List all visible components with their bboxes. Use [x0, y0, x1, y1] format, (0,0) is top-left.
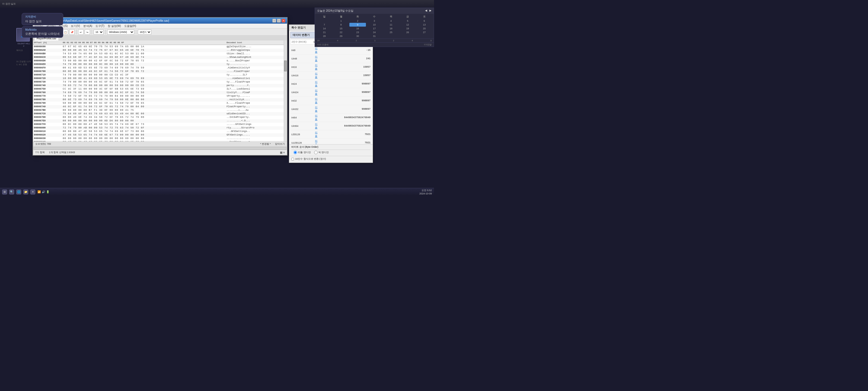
byte-order-big[interactable]: 빅 엔디언: [314, 151, 329, 154]
cal-d31[interactable]: 31: [366, 34, 382, 38]
cal-d2[interactable]: 2: [349, 19, 366, 23]
cal-d24[interactable]: 24: [366, 30, 382, 34]
toolbar-paste[interactable]: 📌: [69, 29, 74, 35]
hex-maximize-btn[interactable]: □: [277, 19, 281, 23]
list-item[interactable]: Int32 이용 998897: [290, 97, 372, 105]
dt-use-link[interactable]: 이용: [314, 122, 321, 130]
top-task-item[interactable]: 아 잠깐 실프: [2, 2, 16, 6]
table-row[interactable]: 00006710 74 79 00 00 00 00 00 00 00 CD C…: [33, 73, 284, 77]
list-item[interactable]: Uint64 이용 844903437592476049: [290, 122, 372, 130]
cal-d8[interactable]: 8: [333, 23, 349, 27]
byte-order-radio-group[interactable]: 리틀 엔디언 빅 엔디언: [291, 149, 371, 155]
menu-help[interactable]: 도움말(H): [124, 24, 136, 28]
cal-d19[interactable]: 19: [399, 27, 416, 30]
cal-nav-next[interactable]: ▶: [429, 9, 432, 13]
start-button[interactable]: ⊞: [2, 190, 7, 194]
toolbar-zoom-select[interactable]: 16 8 32: [94, 30, 104, 34]
table-row[interactable]: 00006750 CC 4C 3F 11 00 00 00 4C 6F 6F 6…: [33, 87, 284, 91]
hex-vertical-scrollbar[interactable]: [284, 40, 287, 141]
table-row[interactable]: 00006690 67 67 6C 65 49 6E 70 75 74 53 6…: [33, 45, 284, 49]
cal-d25[interactable]: 25: [383, 30, 399, 34]
list-item[interactable]: Int64 이용 844903437592476049: [290, 113, 372, 122]
table-row[interactable]: 000067E0 08 00 00 00 00 00 00 00 0D D6 8…: [33, 119, 284, 123]
cal-nav-prev[interactable]: ◀: [425, 9, 427, 13]
cal-d15[interactable]: 15: [333, 27, 349, 30]
search-button[interactable]: 🔍: [9, 190, 14, 194]
table-row[interactable]: 00006820 47 46 58 53 65 74 74 69 6E 67 7…: [33, 133, 284, 137]
cal-d23[interactable]: 23: [349, 30, 366, 34]
toolbar-base-select[interactable]: 16진수 10진수: [138, 30, 151, 34]
dt-use-link[interactable]: 이용: [314, 139, 321, 144]
table-row[interactable]: 000066D0 73 00 0D 00 00 00 42 6F 6F 6C 5…: [33, 59, 284, 63]
table-row[interactable]: 00006790 58 00 0E 00 00 00 46 6C 6F 61 7…: [33, 102, 284, 105]
dt-use-link[interactable]: 이용: [314, 88, 321, 97]
list-item[interactable]: Int24 이용 998897: [290, 80, 372, 88]
table-row[interactable]: 000066B0 74 53 69 7A 65 00 3A 53 6D 61 6…: [33, 52, 284, 56]
dt-use-link[interactable]: 이용: [314, 113, 321, 122]
cal-d30[interactable]: 30: [349, 34, 366, 38]
table-row[interactable]: 00006730 74 79 00 00 00 00 46 6C 6F 61 7…: [33, 80, 284, 84]
cal-d22[interactable]: 22: [333, 30, 349, 34]
cal-d28[interactable]: 28: [316, 34, 333, 38]
radio-big-endian[interactable]: [314, 151, 318, 154]
toolbar-encoding-select[interactable]: Windows (ANSI) UTF-8: [107, 30, 134, 34]
list-item[interactable]: LEB128 이용 7921: [290, 130, 372, 139]
list-item[interactable]: Uint16 이용 15857: [290, 72, 372, 80]
table-row[interactable]: 00006720 10 00 00 00 41 69 6D 53 65 6E 7…: [33, 77, 284, 80]
cal-d26[interactable]: 26: [399, 30, 416, 34]
cal-d[interactable]: [316, 19, 333, 23]
table-row[interactable]: 00006740 70 65 72 74 79 00 00 00 00 00 5…: [33, 84, 284, 87]
hex-scroll-thumb[interactable]: [284, 60, 287, 72]
table-row[interactable]: 000067D0 00 00 49 6E 74 36 34 50 72 6F 7…: [33, 116, 284, 119]
cal-d3[interactable]: 3: [366, 19, 382, 23]
dt-use-link[interactable]: 이용: [314, 97, 321, 105]
table-row[interactable]: 000066E0 74 79 00 00 00 00 00 0C 00 00 1…: [33, 63, 284, 66]
toolbar-copy[interactable]: 📋: [63, 29, 68, 35]
hex-minimize-btn[interactable]: ─: [272, 19, 276, 23]
cal-d14[interactable]: 14: [316, 27, 333, 30]
table-row[interactable]: 000066F0 00 41 69 6D 53 65 6E 73 69 74 6…: [33, 66, 284, 70]
table-row[interactable]: 000067C0 75 64 69 6F 44 65 76 69 63 65 5…: [33, 112, 284, 116]
menu-analyze[interactable]: 분석(A): [83, 24, 92, 28]
cal-d11[interactable]: 11: [383, 23, 399, 27]
cal-d20[interactable]: 20: [416, 27, 433, 30]
cal-d6[interactable]: 6: [416, 19, 433, 23]
table-row[interactable]: 000067F0 00 0C 00 00 00 47 4E 58 53 65 7…: [33, 123, 284, 126]
dt-use-link[interactable]: 이용: [314, 80, 321, 88]
calendar-nav[interactable]: ◀ ▶: [425, 9, 432, 13]
list-item[interactable]: Uint32 이용 998897: [290, 105, 372, 113]
hex-title-buttons[interactable]: ─ □ ✕: [272, 19, 285, 23]
cal-d12[interactable]: 12: [399, 23, 416, 27]
toolbar-redo[interactable]: ↪: [85, 29, 90, 35]
table-row[interactable]: 00006700 00 0E 00 00 00 46 6C 6F 61 74 5…: [33, 70, 284, 73]
status-close[interactable]: 닫아쓰기: [275, 142, 285, 146]
cal-d13[interactable]: 13: [416, 23, 433, 27]
dt-use-link[interactable]: 이용: [314, 63, 321, 72]
table-row[interactable]: 000066C0 00 53 68 6F 77 4C 6F 61 64 69 6…: [33, 56, 284, 59]
table-row[interactable]: 00006830 00 00 00 00 00 00 00 00 00 00 0…: [33, 137, 284, 140]
menu-tools[interactable]: 도구(T): [95, 24, 104, 28]
cal-d4[interactable]: 4: [383, 19, 399, 23]
se-body[interactable]: 데이터 변환기 ◀◀ ◀ ▶ ▶▶ ⋮ 2진수 (8비트) 11110001 I…: [289, 31, 373, 144]
table-row[interactable]: 000066A0 00 00 00 45 53 74 72 75 67 67 6…: [33, 49, 284, 52]
table-row[interactable]: 00006800 72 74 79 00 AB 00 00 53 74 72 7…: [33, 126, 284, 130]
table-row[interactable]: 00006760 74 69 76 69 74 79 00 00 00 00 4…: [33, 91, 284, 94]
cal-d29[interactable]: 29: [333, 34, 349, 38]
dt-use-link[interactable]: 이용: [314, 105, 321, 113]
list-item[interactable]: Int16 이용 15857: [290, 63, 372, 72]
cal-d1[interactable]: 1: [333, 19, 349, 23]
cal-d18[interactable]: 18: [383, 27, 399, 30]
dt-use-link[interactable]: 이용: [314, 130, 321, 139]
dt-use-link[interactable]: 이용: [314, 55, 321, 63]
table-row[interactable]: 00006810 00 00 00 47 4E 58 53 65 74 74 6…: [33, 130, 284, 133]
hscroll-track[interactable]: [34, 147, 286, 149]
list-item[interactable]: Int8 이용 -15: [290, 46, 372, 55]
cal-d9-today[interactable]: 9: [349, 23, 366, 27]
hex-format-checkbox[interactable]: [291, 158, 294, 161]
table-row[interactable]: 00006780 00 6E 73 69 74 69 76 69 74 79 5…: [33, 98, 284, 102]
cal-d27[interactable]: 27: [416, 30, 433, 34]
bottom-view-icons[interactable]: ▦ ≡: [280, 151, 285, 154]
dt-use-link[interactable]: 이용: [314, 72, 321, 80]
radio-little-endian[interactable]: [293, 151, 297, 154]
hex-horizontal-scrollbar[interactable]: [33, 146, 287, 149]
